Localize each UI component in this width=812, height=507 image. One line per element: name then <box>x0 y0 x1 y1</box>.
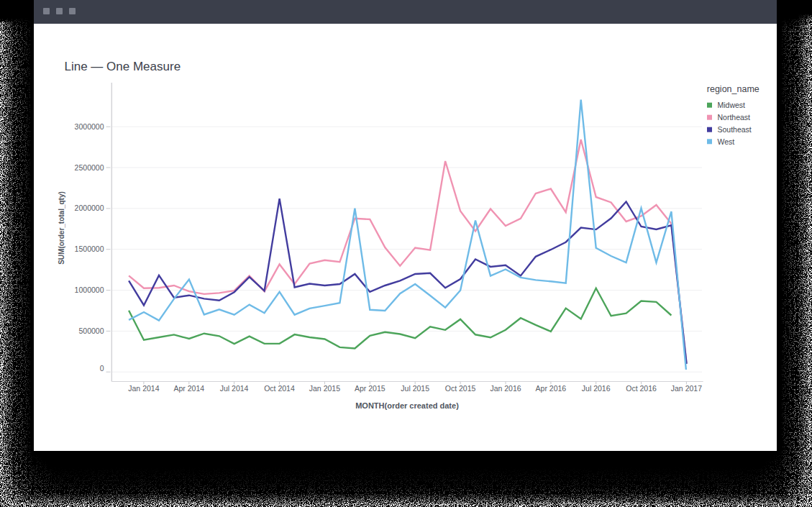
svg-text:0: 0 <box>100 364 104 373</box>
svg-text:Jan 2016: Jan 2016 <box>490 384 521 393</box>
svg-text:Jul 2014: Jul 2014 <box>220 384 249 393</box>
svg-text:Apr 2016: Apr 2016 <box>536 384 567 393</box>
svg-text:1500000: 1500000 <box>75 245 104 253</box>
svg-text:Oct 2014: Oct 2014 <box>264 384 295 393</box>
svg-text:Apr 2014: Apr 2014 <box>173 384 204 393</box>
svg-text:Jan 2017: Jan 2017 <box>671 384 702 393</box>
svg-text:Jul 2016: Jul 2016 <box>582 384 611 393</box>
svg-text:Apr 2015: Apr 2015 <box>355 384 386 393</box>
svg-text:2500000: 2500000 <box>75 163 104 172</box>
svg-text:Jul 2015: Jul 2015 <box>401 384 429 393</box>
svg-text:region_name: region_name <box>707 84 759 94</box>
svg-text:Jan 2015: Jan 2015 <box>309 384 340 393</box>
svg-text:Midwest: Midwest <box>718 101 746 109</box>
svg-text:Oct 2016: Oct 2016 <box>626 384 657 393</box>
svg-text:2000000: 2000000 <box>75 204 104 212</box>
svg-text:3000000: 3000000 <box>75 122 104 131</box>
svg-text:Jan 2014: Jan 2014 <box>128 384 159 393</box>
svg-text:1000000: 1000000 <box>75 286 104 294</box>
svg-text:Southeast: Southeast <box>718 125 752 134</box>
svg-text:MONTH(order created date): MONTH(order created date) <box>355 401 459 410</box>
svg-text:Oct 2015: Oct 2015 <box>445 384 476 393</box>
svg-text:Northeast: Northeast <box>718 113 751 122</box>
svg-text:West: West <box>718 137 735 146</box>
svg-text:SUM(order_total_qty): SUM(order_total_qty) <box>58 191 65 265</box>
svg-text:500000: 500000 <box>78 326 104 335</box>
